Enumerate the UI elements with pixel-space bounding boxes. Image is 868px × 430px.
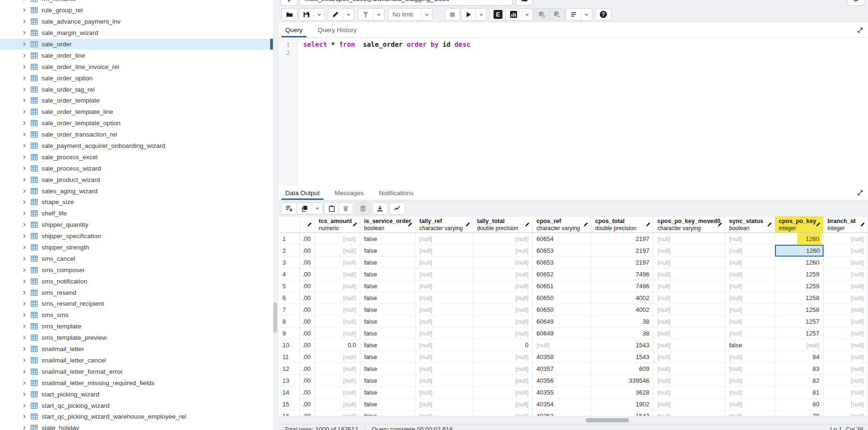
commit-button[interactable] [534, 9, 549, 20]
cell-col0[interactable]: .00 [300, 327, 315, 339]
cell-col0[interactable]: .00 [300, 304, 315, 316]
cell-cpos_po_key[interactable]: 1259 [775, 280, 824, 292]
cell-col0[interactable]: .00 [300, 375, 315, 387]
cell-is_service_order[interactable]: false [360, 292, 416, 304]
cell-cpos_ref[interactable]: 60652 [533, 268, 591, 280]
cancel-query-button[interactable] [445, 9, 460, 20]
tree-item-sale_payment_acquirer_onboarding_wizard[interactable]: sale_payment_acquirer_onboarding_wizard [0, 140, 273, 152]
tree-item-sale_process_excel[interactable]: sale_process_excel [0, 151, 273, 163]
cell-cpos_po_key_moved0[interactable]: [null] [654, 280, 725, 292]
cell-branch_id[interactable]: [null] [824, 268, 868, 280]
cell-cpos_po_key_moved0[interactable]: [null] [654, 363, 725, 375]
copy-button[interactable] [297, 203, 312, 214]
cell-branch_id[interactable]: [null] [824, 280, 868, 292]
cell-is_service_order[interactable]: false [360, 245, 416, 257]
cell-cpos_po_key[interactable]: 83 [775, 363, 824, 375]
cell-tally_total[interactable]: [null] [473, 351, 533, 363]
open-file-button[interactable] [282, 9, 297, 20]
cell-cpos_total[interactable]: 339546 [591, 375, 654, 387]
column-header-cpos_ref[interactable]: cpos_refcharacter varying [533, 216, 591, 232]
cell-cpos_po_key_moved0[interactable]: [null] [654, 233, 725, 245]
cell-cpos_po_key[interactable]: 1259 [775, 268, 824, 280]
cell-cpos_total[interactable]: 7496 [591, 280, 654, 292]
cell-sync_status[interactable]: [null] [725, 363, 775, 375]
column-header-sync_status[interactable]: sync_statusboolean [725, 216, 775, 232]
tree-item-sale_margin_wizard[interactable]: sale_margin_wizard [0, 27, 273, 39]
cell-cpos_po_key_moved0[interactable]: [null] [654, 257, 725, 268]
cell-is_service_order[interactable]: false [360, 398, 416, 410]
tree-item-start_qc_picking_wizard[interactable]: start_qc_picking_wizard [0, 400, 273, 411]
cell-tcs_amount[interactable]: [null] [315, 245, 360, 257]
row-number[interactable]: 14 [279, 387, 300, 398]
row-limit-select[interactable]: No limit [389, 9, 421, 20]
cell-tally_ref[interactable]: [null] [416, 327, 473, 339]
cell-col0[interactable]: .00 [300, 363, 315, 375]
cell-cpos_total[interactable]: 3628 [591, 387, 654, 398]
cell-cpos_ref[interactable]: 40354 [533, 398, 591, 410]
cell-cpos_po_key_moved0[interactable]: [null] [654, 268, 725, 280]
macros-button[interactable] [566, 9, 581, 20]
tree-item-shape_size[interactable]: shape_size [0, 197, 273, 208]
cell-cpos_po_key_moved0[interactable]: [null] [654, 375, 725, 387]
cell-sync_status[interactable]: [null] [725, 351, 775, 363]
new-connection-button[interactable] [516, 0, 533, 6]
cell-tcs_amount[interactable]: [null] [315, 387, 360, 398]
cell-is_service_order[interactable]: false [360, 351, 416, 363]
cell-tally_total[interactable]: 0 [473, 339, 533, 351]
cell-cpos_po_key_moved0[interactable]: [null] [654, 316, 725, 327]
cell-cpos_po_key[interactable]: 1257 [775, 327, 824, 339]
tree-item-start_picking_wizard[interactable]: start_picking_wizard [0, 388, 273, 400]
paste-button[interactable] [324, 203, 339, 214]
rollback-button[interactable] [549, 9, 564, 20]
row-number[interactable]: 10 [279, 339, 300, 351]
tree-item-rule_group_rel[interactable]: rule_group_rel [0, 5, 273, 16]
row-number[interactable]: 1 [279, 233, 300, 245]
tree-item-sale_advance_payment_inv[interactable]: sale_advance_payment_inv [0, 16, 273, 27]
cell-tcs_amount[interactable]: [null] [315, 398, 360, 410]
cell-is_service_order[interactable]: false [360, 280, 416, 292]
cell-col0[interactable]: .00 [300, 398, 315, 410]
cell-cpos_ref[interactable]: [null] [533, 339, 591, 351]
row-number[interactable]: 13 [279, 375, 300, 387]
cell-tally_ref[interactable]: [null] [416, 280, 473, 292]
cell-cpos_total[interactable]: 1543 [591, 339, 654, 351]
expand-output-icon[interactable] [857, 190, 863, 196]
cell-cpos_po_key_moved0[interactable]: [null] [654, 245, 725, 257]
cell-col0[interactable]: .00 [300, 280, 315, 292]
cell-cpos_po_key_moved0[interactable]: [null] [654, 387, 725, 398]
sql-editor[interactable]: 1 2 select * from sale_order order by id… [279, 38, 868, 186]
cell-cpos_total[interactable]: 1902 [591, 398, 654, 410]
cell-cpos_ref[interactable]: 40355 [533, 387, 591, 398]
connection-select[interactable]: multi_zeta/cpos_odoo@Davaindia_Stagging_… [299, 0, 513, 6]
row-number[interactable]: 11 [279, 351, 300, 363]
cell-tally_ref[interactable]: [null] [416, 304, 473, 316]
cell-cpos_po_key_moved0[interactable]: [null] [654, 339, 725, 351]
tree-item-sale_order_transaction_rel[interactable]: sale_order_transaction_rel [0, 129, 273, 140]
tree-item-sms_cancel[interactable]: sms_cancel [0, 253, 273, 264]
cell-tcs_amount[interactable]: [null] [315, 316, 360, 327]
copy-options-caret[interactable] [312, 203, 323, 214]
cell-is_service_order[interactable]: false [360, 257, 416, 268]
cell-branch_id[interactable]: [null] [824, 387, 868, 398]
cell-sync_status[interactable]: [null] [725, 245, 775, 257]
edit-menu-caret[interactable] [343, 9, 354, 20]
cell-tcs_amount[interactable]: [null] [315, 304, 360, 316]
cell-branch_id[interactable]: [null] [824, 304, 868, 316]
cell-cpos_total[interactable]: 2197 [591, 257, 654, 268]
cell-is_service_order[interactable]: false [360, 339, 416, 351]
tree-item-sale_order_line_invoice_rel[interactable]: sale_order_line_invoice_rel [0, 61, 273, 72]
cell-branch_id[interactable]: [null] [824, 257, 868, 268]
save-data-button[interactable] [356, 203, 370, 214]
cell-cpos_total[interactable]: 2197 [591, 245, 654, 257]
cell-tally_ref[interactable]: [null] [416, 233, 473, 245]
cell-tally_total[interactable]: [null] [473, 316, 533, 327]
column-header-clipped[interactable] [300, 216, 315, 232]
cell-tally_ref[interactable]: [null] [416, 351, 473, 363]
cell-is_service_order[interactable]: false [360, 268, 416, 280]
row-number[interactable]: 6 [279, 292, 300, 304]
cell-cpos_po_key[interactable]: 1260 [775, 257, 824, 268]
cell-tally_total[interactable]: [null] [473, 410, 533, 416]
row-number[interactable]: 5 [279, 280, 300, 292]
cell-is_service_order[interactable]: false [360, 375, 416, 387]
cell-sync_status[interactable]: [null] [725, 304, 775, 316]
